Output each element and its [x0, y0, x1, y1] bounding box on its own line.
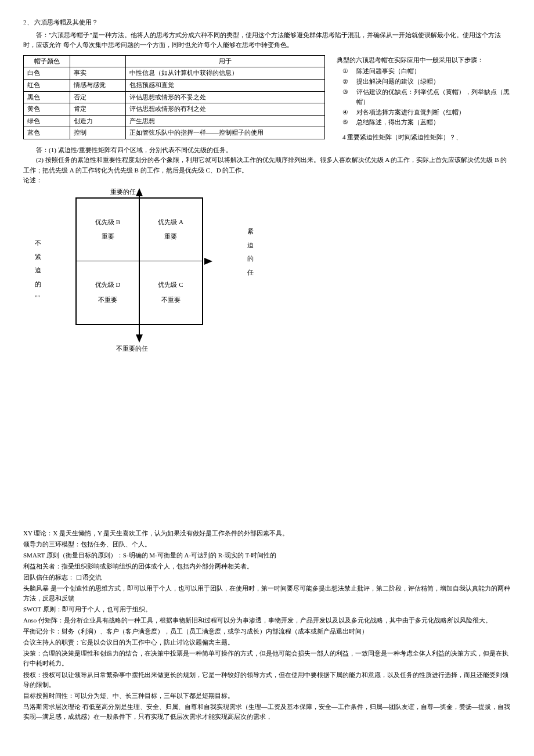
note-line: 平衡记分卡：财务（利润）、客户（客户满意度），员工（员工满意度，或学习成长）内部…	[23, 627, 511, 636]
note-line: SMART 原则（衡量目标的原则）：S-明确的 M-可衡量的 A-可达到的 R-…	[23, 550, 511, 560]
note-line: 利益相关者：指受组织影响或影响组织的团体或个人，包括内外部分两种相关者。	[23, 561, 511, 571]
q2-title: 2、 六顶思考帽及其使用？	[23, 17, 511, 28]
steps-title: 典型的六顶思考帽在实际应用中一般采用以下步骤：	[337, 55, 511, 66]
quad-a: 优先级 A 重要	[139, 199, 202, 261]
note-line: 领导力的三环模型：包括任务、团队、个人。	[23, 539, 511, 549]
arrow-up-icon	[136, 188, 143, 196]
step: ②提出解决问题的建议（绿帽）	[342, 77, 511, 87]
quad-top-label: 重要的任	[110, 187, 136, 197]
note-line: XY 理论：X 是天生懒惰，Y 是天生喜欢工作，认为如果没有做好是工作条件的外部…	[23, 528, 511, 538]
th-color: 帽子颜色	[24, 55, 70, 67]
q2-answer: 答："六顶思考帽子"是一种方法。他将人的思考方式分成六种不同的类型，使用这个方法…	[23, 30, 511, 51]
step: ④对各项选择方案进行直觉判断（红帽）	[342, 107, 511, 118]
th-use: 用于	[125, 55, 324, 67]
answer2-l2: (2) 按照任务的紧迫性和重要性程度划分的各个象限，利用它就可以将解决工作的优先…	[23, 155, 511, 175]
quad-d: 优先级 D 不重要	[77, 261, 139, 324]
priority-quadrant: 重要的任 不 紧 迫 的 "" 优先级 B 重要 优先级 A 重要 优先级 D …	[58, 197, 221, 325]
th-blank	[70, 55, 126, 67]
answer2-l1: 答：(1) 紧迫性/重要性矩阵有四个区域，分别代表不同优先级的任务。	[23, 145, 511, 156]
table-row: 黑色否定评估思想或情形的不妥之处	[24, 91, 325, 103]
note-line: 授权：授权可以让领导从日常繁杂事中摆托出来做更长的规划，它是一种较好的领导方式，…	[23, 670, 511, 690]
step: ⑤总结陈述，得出方案（蓝帽）	[342, 117, 511, 128]
quad-c: 优先级 C 不重要	[139, 261, 202, 324]
note-line: SWOT 原则：即可用于个人，也可用于组织。	[23, 604, 511, 614]
note-line: 目标按照时间性：可以分为短、中、长三种目标，三年以下都是短期目标。	[23, 691, 511, 701]
note-line: Anso 付矩阵：是分析企业具有战略的一种工具，根据事物新旧和过程可以分为事渗透…	[23, 615, 511, 625]
note-line: 头脑风暴 是一个创造性的思维方式，即可以用于个人，也可以用于团队，在使用时，第一…	[23, 584, 511, 603]
note-line: 决策：合理的决策是理性和创造力的结合，在决策中投票是一种简单可操作的方式，但是他…	[23, 649, 511, 668]
q4-title: 4 重要紧迫性矩阵（时间紧迫性矩阵）？、	[342, 132, 511, 143]
table-row: 白色事实中性信息（如从计算机中获得的信息）	[24, 67, 325, 80]
quad-bottom-label: 不重要的任	[116, 344, 148, 354]
vertical-axis	[139, 196, 140, 338]
step: ③评估建议的优缺点：列举优点（黄帽），列举缺点（黑帽）	[342, 87, 511, 107]
notes-section: XY 理论：X 是天生懒惰，Y 是天生喜欢工作，认为如果没有做好是工作条件的外部…	[23, 528, 511, 722]
arrow-down-icon	[136, 334, 143, 343]
quad-right-label: 紧 迫 的 任	[247, 226, 255, 281]
table-row: 黄色肯定评估思想或情形的有利之处	[24, 103, 325, 116]
note-line: 马洛斯需求层次理论 有低至高分别是生理、安全、归属、自尊和自我实现需求（生理—工…	[23, 702, 511, 722]
table-row: 蓝色控制正如管弦乐队中的指挥一样——控制帽子的使用	[24, 127, 325, 139]
note-line: 会议主持人的职责：它是以会议目的为工作中心，防止讨论议题偏离主题。	[23, 638, 511, 647]
step: ①陈述问题事实（白帽）	[342, 66, 511, 77]
table-row: 红色情感与感觉包括预感和直觉	[24, 79, 325, 91]
answer2-l3: 论述：	[23, 175, 511, 186]
table-row: 绿色创造力产生思想	[24, 115, 325, 127]
quad-b: 优先级 B 重要	[77, 199, 139, 261]
hats-table: 帽子颜色 用于 白色事实中性信息（如从计算机中获得的信息） 红色情感与感觉包括预…	[23, 55, 325, 139]
arrow-right-icon	[204, 258, 212, 265]
note-line: 团队信任的标志： 口语交流	[23, 573, 511, 582]
quad-left-label: 不 紧 迫 的 ""	[35, 238, 43, 307]
